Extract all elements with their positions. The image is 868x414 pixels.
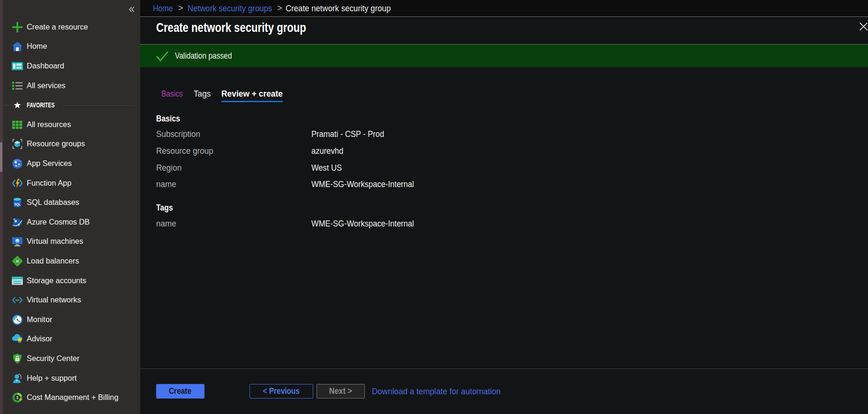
svg-text:SQL: SQL [14, 203, 20, 206]
svg-text:$: $ [16, 396, 19, 400]
